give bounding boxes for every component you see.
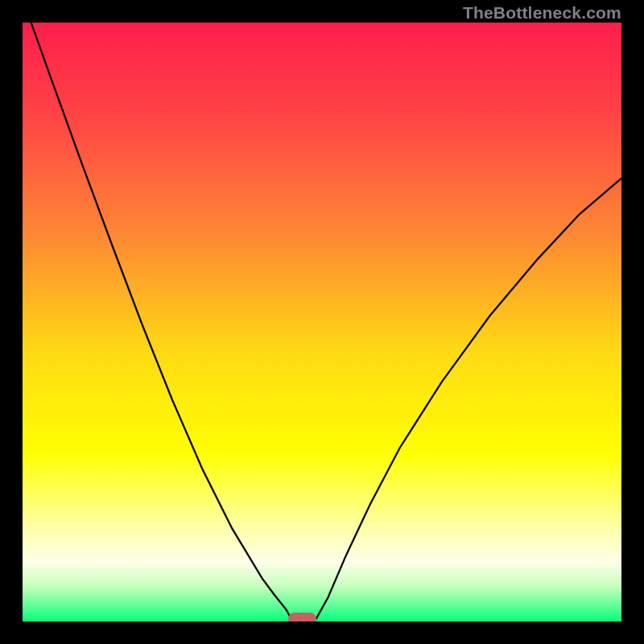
bottleneck-marker	[288, 613, 316, 621]
chart-frame: TheBottleneck.com	[0, 0, 644, 644]
bottleneck-curve	[23, 23, 621, 621]
plot-area	[23, 23, 621, 621]
watermark-label: TheBottleneck.com	[463, 3, 621, 23]
